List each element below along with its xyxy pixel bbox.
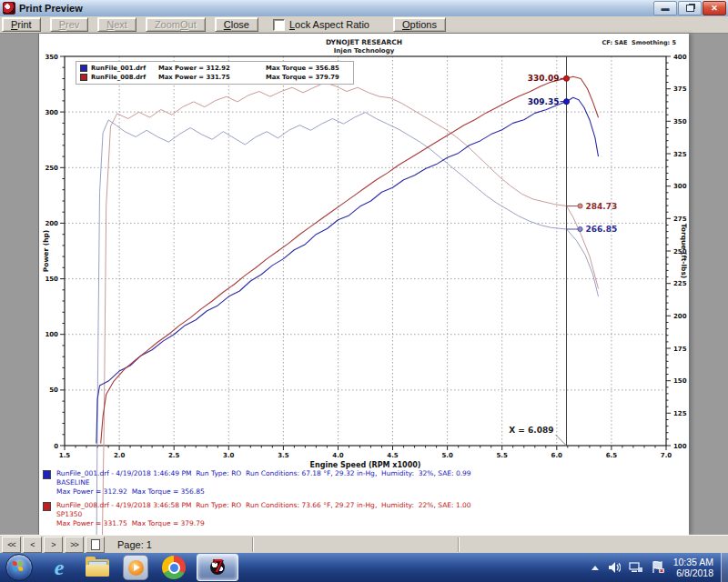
lock-aspect-ratio-checkbox[interactable] — [273, 19, 285, 31]
legend-row: RunFile_001.drfMax Power = 312.92Max Tor… — [80, 64, 349, 73]
svg-text:100: 100 — [45, 331, 58, 338]
svg-text:0: 0 — [54, 443, 58, 450]
svg-text:50: 50 — [49, 386, 58, 394]
svg-text:5.5: 5.5 — [496, 452, 508, 459]
legend-file: RunFile_001.drf — [91, 65, 158, 72]
titlebar: Print Preview ▬ ✕ — [0, 0, 728, 17]
taskbar-clock[interactable]: 10:35 AM 6/8/2018 — [673, 557, 713, 578]
svg-text:300: 300 — [673, 183, 687, 190]
svg-text:125: 125 — [673, 410, 687, 417]
svg-text:225: 225 — [673, 280, 687, 287]
svg-text:325: 325 — [673, 151, 687, 158]
run-annotation: RunFile_008.drf - 4/19/2018 3:46:58 PM R… — [43, 501, 471, 528]
next-page-button[interactable]: > — [44, 537, 63, 553]
svg-text:300: 300 — [45, 109, 58, 116]
app-icon — [3, 2, 15, 15]
prev-button: Prev — [50, 17, 89, 32]
out-button: Zoom Out — [146, 17, 206, 32]
svg-text:1.5: 1.5 — [59, 452, 71, 459]
legend-row: RunFile_008.drfMax Power = 331.75Max Tor… — [80, 73, 349, 82]
statusbar-separator — [252, 537, 253, 552]
start-button[interactable] — [5, 554, 33, 581]
run-name: BASELINE — [56, 478, 471, 487]
clock-time: 10:35 AM — [673, 557, 713, 567]
chart-legend: RunFile_001.drfMax Power = 312.92Max Tor… — [76, 61, 354, 85]
restore-icon — [686, 5, 694, 12]
svg-text:4.5: 4.5 — [387, 452, 399, 459]
legend-max-power: Max Power = 312.92 — [158, 65, 266, 72]
svg-text:4.0: 4.0 — [332, 452, 344, 459]
svg-text:375: 375 — [673, 85, 687, 93]
svg-text:266.85: 266.85 — [586, 225, 618, 234]
clock-date: 6/8/2018 — [673, 567, 713, 578]
svg-text:250: 250 — [45, 165, 58, 172]
svg-text:350: 350 — [673, 118, 687, 125]
svg-text:100: 100 — [673, 443, 687, 450]
report-page: 1.52.02.53.03.54.04.55.05.56.06.57.00501… — [38, 34, 689, 535]
page-setup-button[interactable] — [86, 537, 105, 553]
close-window-button[interactable]: ✕ — [703, 1, 726, 15]
legend-color-chip — [80, 65, 87, 72]
svg-text:175: 175 — [673, 346, 687, 353]
svg-text:309.35: 309.35 — [528, 97, 560, 106]
action-center-flag-icon[interactable] — [652, 561, 665, 574]
svg-text:150: 150 — [45, 276, 58, 283]
winpep7-taskbar-button[interactable]: 7 — [197, 554, 238, 581]
legend-file: RunFile_008.drf — [91, 74, 158, 81]
preview-area: 1.52.02.53.03.54.04.55.05.56.06.57.00501… — [0, 34, 728, 535]
hidden-icons-arrow[interactable] — [592, 566, 599, 570]
svg-text:X = 6.089: X = 6.089 — [509, 426, 553, 435]
svg-text:Torque (ft-lbs): Torque (ft-lbs) — [680, 224, 688, 279]
legend-max-torque: Max Torque = 356.85 — [266, 65, 339, 72]
options-button[interactable]: Options — [393, 17, 446, 32]
statusbar: <<<>>> Page: 1 — [0, 535, 728, 554]
network-icon[interactable] — [629, 561, 643, 574]
report-header-line1: DYNOJET RESEARCH — [39, 38, 689, 46]
internet-explorer-icon[interactable]: e — [46, 555, 73, 580]
report-header-line2: Injen Technology — [39, 47, 689, 55]
run-info-line: RunFile_001.drf - 4/19/2018 1:46:49 PM R… — [56, 469, 471, 478]
run-color-chip — [43, 502, 51, 511]
svg-text:5.0: 5.0 — [441, 452, 453, 459]
chrome-icon[interactable] — [160, 555, 187, 580]
svg-text:2.0: 2.0 — [114, 452, 126, 459]
run-name: SP1350 — [56, 510, 471, 519]
svg-text:200: 200 — [45, 220, 58, 227]
print-button[interactable]: Print — [2, 17, 41, 32]
windows-explorer-icon[interactable] — [84, 555, 111, 580]
legend-max-torque: Max Torque = 379.79 — [266, 74, 339, 81]
svg-text:284.73: 284.73 — [586, 202, 618, 211]
lock-aspect-ratio-label: Lock Aspect Ratio — [289, 19, 369, 30]
first-page-button[interactable]: << — [2, 537, 21, 553]
page-icon — [91, 539, 100, 550]
run-stats-line: Max Power = 331.75 Max Torque = 379.79 — [56, 519, 471, 528]
svg-text:7.0: 7.0 — [661, 452, 672, 459]
run-annotation: RunFile_001.drf - 4/19/2018 1:46:49 PM R… — [43, 469, 471, 497]
svg-text:6.0: 6.0 — [551, 452, 563, 459]
svg-text:200: 200 — [673, 313, 687, 320]
print-preview-toolbar: PrintPrevNextZoom OutClose Lock Aspect R… — [0, 16, 728, 34]
svg-text:275: 275 — [673, 216, 687, 223]
windows-flag-icon — [13, 561, 25, 573]
svg-text:Engine Speed (RPM x1000): Engine Speed (RPM x1000) — [310, 461, 421, 469]
volume-icon[interactable] — [608, 561, 621, 574]
prev-page-button[interactable]: < — [23, 537, 42, 553]
show-desktop-button[interactable] — [721, 553, 728, 582]
next-button: Next — [97, 17, 136, 32]
run-stats-line: Max Power = 312.92 Max Torque = 356.85 — [56, 487, 471, 497]
media-player-icon[interactable] — [122, 555, 149, 580]
svg-text:3.0: 3.0 — [223, 452, 235, 459]
svg-text:3.5: 3.5 — [278, 452, 289, 459]
run-annotations: RunFile_001.drf - 4/19/2018 1:46:49 PM R… — [43, 469, 471, 533]
restore-button[interactable] — [678, 1, 702, 15]
legend-max-power: Max Power = 331.75 — [158, 74, 266, 81]
svg-text:Power (hp): Power (hp) — [42, 230, 50, 273]
svg-text:330.09: 330.09 — [528, 74, 560, 83]
svg-text:2.5: 2.5 — [168, 452, 180, 459]
svg-text:6.5: 6.5 — [606, 452, 618, 459]
minimize-button[interactable]: ▬ — [653, 1, 677, 15]
page-indicator: Page: 1 — [117, 539, 152, 550]
close-button[interactable]: Close — [215, 17, 258, 32]
last-page-button[interactable]: >> — [65, 537, 84, 553]
dyno-chart[interactable]: 1.52.02.53.03.54.04.55.05.56.06.57.00501… — [39, 34, 689, 535]
